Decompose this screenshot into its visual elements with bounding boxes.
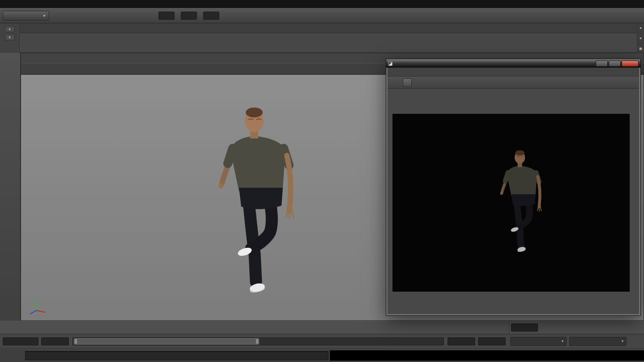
render-view-toolbar [388,77,639,89]
chevron-down-icon: ▾ [562,339,563,343]
shelf-icon-row [20,33,637,53]
shelf-scroll-up-icon[interactable]: ▲ [638,25,644,30]
renderer-selector[interactable] [403,78,412,87]
range-start-handle[interactable] [74,339,77,344]
status-line: ▼ [0,8,644,23]
playback-end-field[interactable] [448,337,475,345]
command-input[interactable] [25,351,328,360]
window-buttons [596,60,639,67]
x-input[interactable] [158,12,175,20]
clapperboard-icon: ◪ [388,60,392,66]
render-status-line1 [388,297,639,302]
playback-start-field[interactable] [41,337,69,345]
shelf-tab-menu-icon[interactable]: ▼ [5,26,15,32]
rendered-image[interactable] [392,114,630,292]
command-output[interactable] [330,350,644,361]
shelf-trash-icon[interactable]: ▦ [638,46,644,52]
main-menubar [0,0,644,8]
shelf-menu-icon[interactable]: ▼ [5,34,15,40]
animation-start-field[interactable] [3,337,38,345]
render-status-line2 [388,305,639,310]
render-view-menubar [388,68,639,77]
anim-layer-selector[interactable]: ▾ [510,337,567,346]
chevron-down-icon: ▼ [43,14,46,18]
toolbox [0,53,21,321]
render-view-titlebar[interactable]: ◪ [386,59,640,68]
shelf-scroll-down-icon[interactable]: ▼ [638,35,644,41]
maximize-button[interactable] [609,60,621,67]
render-view-window: ◪ [386,59,641,316]
frame-strip[interactable] [0,321,509,334]
shelf-switcher: ▼ ▼ [0,23,20,53]
time-slider [0,321,644,334]
shelf-tabs [20,23,637,33]
character-model[interactable] [218,108,294,293]
z-input[interactable] [203,12,219,20]
menu-set-selector[interactable]: ▼ [3,11,49,21]
minimize-button[interactable] [596,60,608,67]
y-input[interactable] [181,12,197,20]
close-button[interactable] [622,60,639,67]
character-set-selector[interactable]: ▾ [569,337,627,346]
chevron-down-icon: ▾ [622,339,623,343]
command-line [0,349,644,362]
shelf-scroll: ▲ ▼ ▦ [637,23,644,53]
animation-end-field[interactable] [478,337,506,345]
range-slider-row: ▾ ▾ [0,334,644,349]
range-end-handle[interactable] [256,339,259,344]
maya-application: ▼ ▼ ▼ ▲ ▼ ▦ [0,0,644,362]
range-slider[interactable] [73,337,444,345]
current-time-field[interactable] [511,323,538,332]
playback-range-bar[interactable] [74,338,259,345]
playback-controls [542,322,641,334]
axis-gizmo [26,293,50,318]
